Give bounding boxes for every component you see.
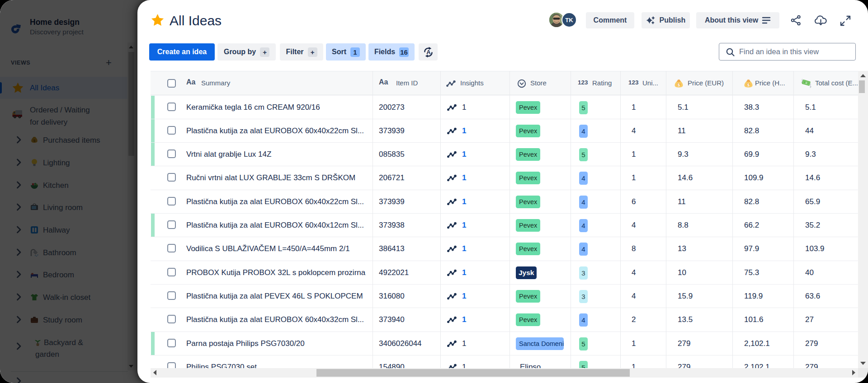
svg-text:$: $ [678,82,680,87]
svg-text:A: A [426,49,431,56]
svg-text:$: $ [747,82,750,87]
